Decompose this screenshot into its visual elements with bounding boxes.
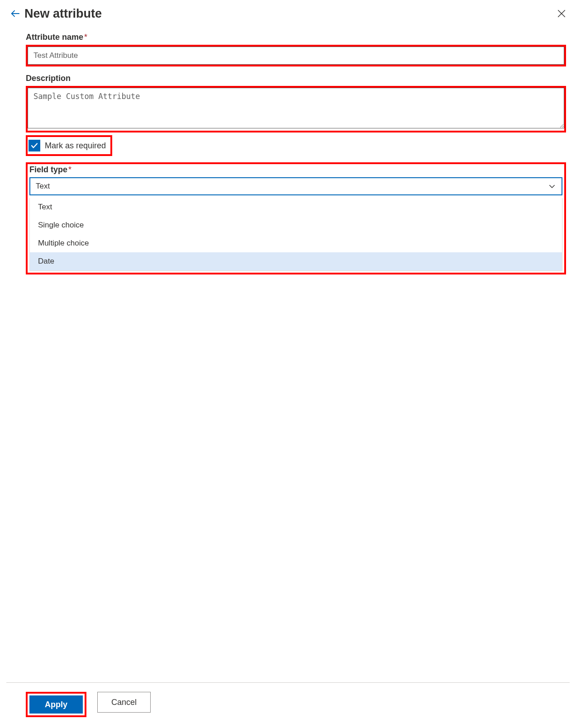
field-type-option[interactable]: Date	[30, 252, 562, 270]
chevron-down-icon	[548, 182, 556, 190]
back-arrow-icon[interactable]	[8, 7, 22, 20]
mark-required-label: Mark as required	[45, 141, 106, 151]
checkbox-checked-icon[interactable]	[29, 140, 40, 151]
description-textarea[interactable]: Sample Custom Attribute	[28, 88, 564, 128]
field-type-option[interactable]: Multiple choice	[30, 234, 562, 252]
required-star-icon: *	[67, 165, 71, 174]
field-type-option[interactable]: Single choice	[30, 216, 562, 234]
page-title: New attribute	[24, 6, 102, 21]
field-type-label: Field type*	[29, 165, 71, 175]
apply-button[interactable]: Apply	[29, 695, 83, 714]
field-type-dropdown[interactable]: Text	[29, 177, 562, 195]
field-type-options-list: Text Single choice Multiple choice Date	[29, 198, 562, 271]
mark-required-checkbox-row[interactable]: Mark as required	[26, 135, 112, 156]
close-icon[interactable]	[555, 7, 568, 20]
description-label: Description	[26, 74, 71, 83]
attribute-name-label: Attribute name*	[26, 33, 87, 42]
cancel-button[interactable]: Cancel	[97, 692, 151, 713]
attribute-name-input[interactable]	[28, 47, 564, 65]
field-type-selected-value: Text	[36, 182, 50, 191]
required-star-icon: *	[83, 33, 87, 42]
field-type-option[interactable]: Text	[30, 198, 562, 216]
